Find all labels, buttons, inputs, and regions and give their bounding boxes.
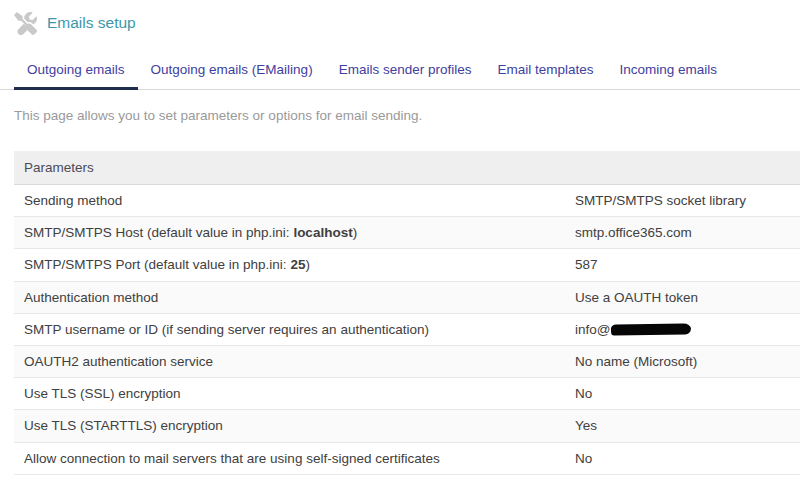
- param-value: No: [575, 386, 800, 401]
- table-header-label: Parameters: [24, 160, 94, 175]
- emails-setup-page: Emails setup Outgoing emails Outgoing em…: [0, 0, 800, 475]
- param-value: Use a OAUTH token: [575, 290, 800, 305]
- param-value: info@: [575, 322, 800, 337]
- table-row-tls-starttls: Use TLS (STARTTLS) encryption Yes: [14, 410, 800, 442]
- table-header: Parameters: [14, 151, 800, 186]
- param-label: Authentication method: [24, 290, 575, 305]
- param-label: SMTP/SMTPS Host (default value in php.in…: [24, 225, 575, 240]
- redacted-email-value: [611, 323, 691, 335]
- param-label: OAUTH2 authentication service: [24, 354, 575, 369]
- table-row-auth-method: Authentication method Use a OAUTH token: [14, 282, 800, 314]
- table-row-self-signed: Allow connection to mail servers that ar…: [14, 443, 800, 475]
- param-label: Allow connection to mail servers that ar…: [24, 451, 575, 466]
- page-header: Emails setup: [0, 0, 800, 34]
- param-label: Sending method: [24, 193, 575, 208]
- tab-incoming-emails[interactable]: Incoming emails: [607, 54, 731, 90]
- parameters-table: Parameters Sending method SMTP/SMTPS soc…: [14, 151, 800, 475]
- param-label: SMTP username or ID (if sending server r…: [24, 322, 575, 337]
- param-value: Yes: [575, 418, 800, 433]
- param-label: SMTP/SMTPS Port (default value in php.in…: [24, 257, 575, 272]
- param-label: Use TLS (SSL) encryption: [24, 386, 575, 401]
- table-row-sending-method: Sending method SMTP/SMTPS socket library: [14, 185, 800, 217]
- param-value: No name (Microsoft): [575, 354, 800, 369]
- tab-emails-sender-profiles[interactable]: Emails sender profiles: [326, 54, 485, 90]
- table-row-oauth2-service: OAUTH2 authentication service No name (M…: [14, 346, 800, 378]
- tools-icon: [14, 12, 37, 35]
- table-row-smtp-username: SMTP username or ID (if sending server r…: [14, 314, 800, 346]
- tab-outgoing-emails[interactable]: Outgoing emails: [14, 54, 138, 90]
- param-value: No: [575, 451, 800, 466]
- page-title: Emails setup: [47, 14, 136, 32]
- table-row-smtp-port: SMTP/SMTPS Port (default value in php.in…: [14, 249, 800, 281]
- param-value: smtp.office365.com: [575, 225, 800, 240]
- tab-email-templates[interactable]: Email templates: [484, 54, 606, 90]
- table-row-tls-ssl: Use TLS (SSL) encryption No: [14, 378, 800, 410]
- tab-bar: Outgoing emails Outgoing emails (EMailin…: [0, 54, 800, 90]
- page-description: This page allows you to set parameters o…: [14, 108, 786, 125]
- param-value: 587: [575, 257, 800, 272]
- tab-outgoing-emails-emailing[interactable]: Outgoing emails (EMailing): [138, 54, 326, 90]
- param-label: Use TLS (STARTTLS) encryption: [24, 418, 575, 433]
- param-value: SMTP/SMTPS socket library: [575, 193, 800, 208]
- table-row-smtp-host: SMTP/SMTPS Host (default value in php.in…: [14, 217, 800, 249]
